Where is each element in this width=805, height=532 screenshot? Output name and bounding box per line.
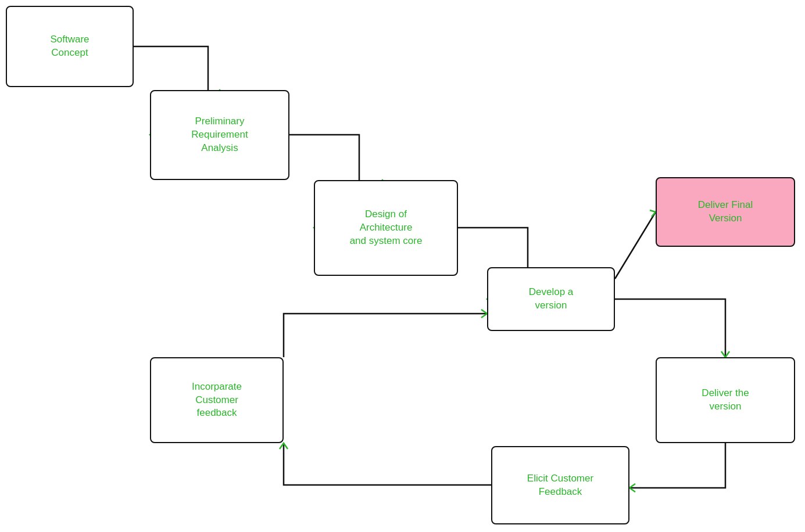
node-software-concept: SoftwareConcept: [6, 6, 134, 87]
node-prelim-req: PreliminaryRequirementAnalysis: [150, 90, 289, 180]
node-deliver-version: Deliver theversion: [656, 357, 795, 443]
node-develop-version: Develop aversion: [487, 267, 615, 331]
diagram-container: SoftwareConcept PreliminaryRequirementAn…: [0, 0, 805, 532]
svg-line-0: [615, 212, 656, 279]
node-design-arch: Design ofArchitectureand system core: [314, 180, 458, 276]
node-deliver-final: Deliver FinalVersion: [656, 177, 795, 247]
node-incorparate-feedback: IncorparateCustomerfeedback: [150, 357, 284, 443]
node-elicit-feedback: Elicit CustomerFeedback: [491, 446, 629, 524]
